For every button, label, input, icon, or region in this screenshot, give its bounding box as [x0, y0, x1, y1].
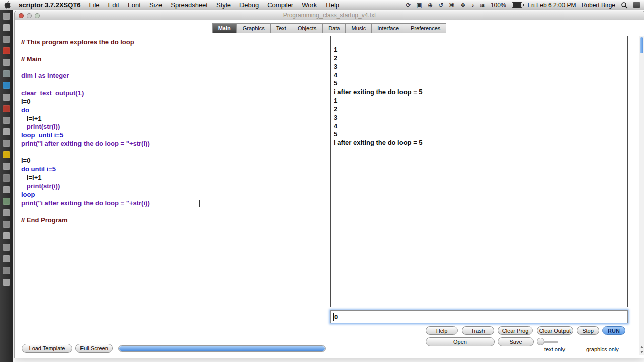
volume-icon[interactable]: ♪: [471, 0, 474, 10]
tool-icon[interactable]: [3, 59, 10, 66]
scroll-up-arrow[interactable]: [639, 345, 644, 349]
tool-icon[interactable]: [3, 279, 10, 286]
tool-icon[interactable]: [3, 174, 10, 182]
code-line: dim i as integer: [21, 72, 318, 80]
tab-objects[interactable]: Objects: [292, 23, 323, 33]
tab-interface[interactable]: Interface: [371, 23, 405, 33]
tool-icon[interactable]: [3, 47, 10, 54]
scroll-down-arrow[interactable]: [639, 350, 644, 354]
tool-icon[interactable]: [3, 70, 10, 77]
tab-music[interactable]: Music: [345, 23, 372, 33]
output-line: i after exiting the do loop = 5: [334, 139, 627, 147]
tab-preferences[interactable]: Preferences: [405, 23, 446, 33]
tool-icon[interactable]: [3, 209, 10, 216]
tool-icon[interactable]: [3, 221, 10, 228]
menubar-menu[interactable]: Edit: [108, 1, 119, 9]
tool-icon[interactable]: [3, 198, 10, 205]
tab-data[interactable]: Data: [322, 23, 346, 33]
code-line: // This program explores the do loop: [21, 38, 318, 47]
app-menu-title[interactable]: scriptor 3.7.2XSQT6: [19, 1, 81, 9]
time-machine-icon[interactable]: ↺: [438, 0, 443, 10]
output-line: i after exiting the do loop = 5: [334, 88, 627, 97]
menubar-menu[interactable]: File: [89, 1, 100, 9]
close-window-button[interactable]: [19, 13, 24, 18]
code-line: do until i=5: [21, 165, 318, 174]
menubar-menu[interactable]: Size: [149, 1, 162, 9]
tab-main[interactable]: Main: [212, 23, 237, 33]
code-line: // End Program: [21, 216, 318, 225]
output-line: 5: [334, 130, 627, 139]
menubar-menu[interactable]: Work: [302, 1, 317, 9]
battery-percent[interactable]: 100%: [491, 2, 506, 9]
tool-icon[interactable]: [3, 186, 10, 193]
menubar-menu[interactable]: Spreadsheet: [171, 1, 208, 9]
text-caret: [333, 313, 334, 321]
menubar-clock[interactable]: Fri Feb 6 2:00 PM: [528, 2, 576, 9]
tool-icon[interactable]: [3, 140, 10, 147]
tab-bar: MainGraphicsTextObjectsDataMusicInterfac…: [15, 23, 644, 33]
network-globe-icon[interactable]: ⊕: [428, 0, 433, 10]
menubar-user[interactable]: Robert Birge: [582, 2, 615, 9]
window-title-bar[interactable]: Programming_class_startup_v4.txt: [15, 11, 644, 20]
tab-text[interactable]: Text: [270, 23, 292, 33]
vertical-scrollbar[interactable]: [639, 36, 644, 355]
tool-icon[interactable]: [3, 24, 10, 31]
tool-icon[interactable]: [3, 36, 10, 43]
code-editor[interactable]: // This program explores the do loop// M…: [20, 36, 318, 340]
console-input[interactable]: 0: [330, 310, 628, 323]
trash-button[interactable]: Trash: [462, 326, 494, 335]
tool-icon[interactable]: [3, 163, 10, 170]
tool-icon[interactable]: [3, 128, 10, 135]
save-button[interactable]: Save: [498, 337, 534, 346]
menubar-menu[interactable]: Compiler: [267, 1, 293, 9]
code-line: loop: [21, 191, 318, 199]
battery-icon[interactable]: [512, 2, 522, 8]
apple-icon[interactable]: [4, 1, 11, 9]
horizontal-scrollbar-thumb[interactable]: [119, 346, 325, 351]
tool-icon[interactable]: [3, 13, 10, 20]
tool-icon[interactable]: [3, 244, 10, 251]
bluetooth-icon[interactable]: ❖: [460, 0, 466, 10]
tool-icon[interactable]: [3, 255, 10, 262]
output-panel: 12345i after exiting the do loop = 51234…: [330, 36, 628, 307]
wifi-icon[interactable]: ≋: [480, 0, 485, 10]
menubar-status-area: ⟳▣⊕↺⌘❖♪≋ 100% Fri Feb 6 2:00 PM Robert B…: [406, 0, 640, 10]
display-icon[interactable]: ▣: [417, 0, 422, 10]
tool-icon[interactable]: [3, 267, 10, 274]
code-line: print("i after exiting the do loop = "+s…: [21, 199, 318, 208]
code-line: do: [21, 106, 318, 115]
sync-icon[interactable]: ⟳: [406, 0, 411, 10]
minimize-window-button[interactable]: [27, 13, 32, 18]
clear-output-button[interactable]: Clear Output: [537, 326, 573, 335]
menubar-menu[interactable]: Help: [326, 1, 339, 9]
menubar-menus: FileEditFontSizeSpreadsheetStyleDebugCom…: [89, 1, 340, 9]
vertical-scrollbar-thumb[interactable]: [640, 37, 643, 53]
horizontal-scrollbar[interactable]: [118, 345, 326, 352]
code-line: i=i+1: [21, 174, 318, 183]
open-button[interactable]: Open: [426, 337, 495, 346]
menubar-menu[interactable]: Style: [216, 1, 231, 9]
tool-icon[interactable]: [3, 94, 10, 101]
full-screen-button[interactable]: Full Screen: [75, 344, 113, 353]
tool-icon[interactable]: [3, 105, 10, 112]
tool-icon[interactable]: [3, 117, 10, 124]
run-button[interactable]: RUN: [602, 326, 625, 335]
menubar-menu[interactable]: Debug: [239, 1, 259, 9]
stop-button[interactable]: Stop: [577, 326, 599, 335]
load-template-button[interactable]: Load Template: [22, 344, 72, 353]
keyboard-icon[interactable]: ⌘: [449, 0, 455, 10]
code-line: [21, 47, 318, 55]
tool-icon[interactable]: [3, 82, 10, 89]
spotlight-icon[interactable]: [621, 2, 628, 9]
zoom-window-button[interactable]: [35, 13, 40, 18]
tool-icon[interactable]: [3, 232, 10, 239]
clear-prog-button[interactable]: Clear Prog: [498, 326, 533, 335]
app-window: Programming_class_startup_v4.txt MainGra…: [14, 11, 644, 358]
menu-extras-icon[interactable]: [633, 2, 640, 8]
output-mode-slider-knob[interactable]: [537, 338, 544, 345]
tab-graphics[interactable]: Graphics: [236, 23, 271, 33]
tool-icon[interactable]: [3, 151, 10, 158]
menubar-menu[interactable]: Font: [128, 1, 141, 9]
output-line: 4: [334, 71, 627, 80]
help-button[interactable]: Help: [426, 326, 458, 335]
